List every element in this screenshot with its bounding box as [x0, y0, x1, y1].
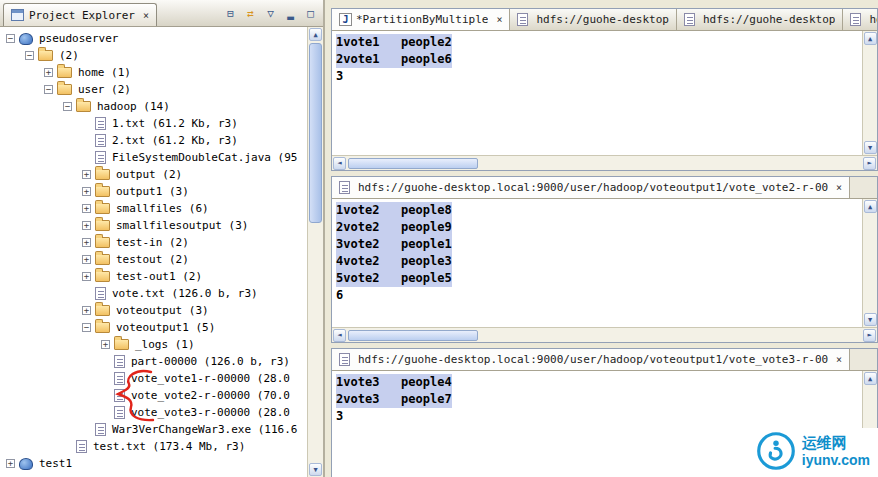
close-tab-icon[interactable]: ×	[496, 14, 502, 25]
expand-toggle-icon[interactable]: +	[101, 340, 110, 349]
tree-item-smallfilesoutput[interactable]: +smallfilesoutput (3)	[0, 217, 307, 234]
tree-item-label: test1	[37, 456, 74, 471]
scroll-left-icon[interactable]: ◄	[333, 329, 346, 342]
folder-icon	[57, 84, 72, 95]
expand-toggle-icon[interactable]: +	[82, 204, 91, 213]
editor-body[interactable]: 1vote2 people82vote2 people93vote2 peopl…	[332, 199, 862, 327]
expand-toggle-icon[interactable]: +	[82, 238, 91, 247]
scrollbar-thumb[interactable]	[309, 43, 322, 223]
scroll-up-icon[interactable]: ▲	[309, 28, 322, 41]
folder-icon	[95, 237, 110, 248]
iyunv-logo-icon	[756, 431, 796, 471]
collapse-toggle-icon[interactable]: −	[63, 102, 72, 111]
editor-tab[interactable]: hdfs://guohe-desktop.local:9000/user/had…	[332, 349, 850, 370]
folder-icon	[57, 67, 72, 78]
link-with-editor-icon[interactable]: ⇄	[242, 5, 259, 22]
editor-tabbar: J*PartitionByMultiple×hdfs://guohe-deskt…	[332, 9, 877, 31]
tree-item-label: smallfiles (6)	[114, 201, 211, 216]
editor-tab[interactable]: hdfs://guohe-desktop	[677, 9, 843, 30]
editor-tab[interactable]: J*PartitionByMultiple×	[332, 9, 510, 30]
tree-item-user[interactable]: −user (2)	[0, 81, 307, 98]
editor-tab[interactable]: hdfs://guohe-desktop	[843, 9, 877, 30]
line-content: 6	[336, 287, 343, 304]
tree-item-war3verchangewar3.exe[interactable]: War3VerChangeWar3.exe (116.6	[0, 421, 307, 438]
expand-toggle-icon[interactable]: +	[82, 170, 91, 179]
tree-item-part-00000[interactable]: part-00000 (126.0 b, r3)	[0, 353, 307, 370]
tree-item-pseudoserver[interactable]: −pseudoserver	[0, 30, 307, 47]
tree-item-test.txt[interactable]: test.txt (173.4 Mb, r3)	[0, 438, 307, 455]
tree-item-voteoutput[interactable]: +voteoutput (3)	[0, 302, 307, 319]
explorer-vertical-scrollbar[interactable]: ▲ ▼	[307, 27, 323, 477]
file-icon	[114, 355, 125, 368]
maximize-view-icon[interactable]: □	[302, 5, 319, 22]
editor-tab[interactable]: hdfs://guohe-desktop.local:9000/user/had…	[332, 177, 850, 198]
line-content: 5vote2 people5	[336, 270, 452, 287]
collapse-toggle-icon[interactable]: −	[82, 323, 91, 332]
line-text: vote1 people2	[343, 35, 451, 49]
scroll-down-icon[interactable]: ▼	[309, 463, 322, 476]
tree-item-vote_vote3-r-00000[interactable]: vote_vote3-r-00000 (28.0	[0, 404, 307, 421]
scrollbar-track[interactable]	[308, 224, 323, 462]
file-icon	[95, 117, 106, 130]
tree-item-test-in[interactable]: +test-in (2)	[0, 234, 307, 251]
expand-toggle-icon[interactable]: +	[82, 272, 91, 281]
close-view-icon[interactable]: ×	[143, 10, 149, 21]
collapse-toggle-icon[interactable]: −	[25, 51, 34, 60]
expand-toggle-icon[interactable]: +	[82, 255, 91, 264]
minimize-view-icon[interactable]: ▂	[282, 5, 299, 22]
collapse-toggle-icon[interactable]: −	[6, 34, 15, 43]
folder-icon	[114, 339, 129, 350]
hadoop-server-icon	[19, 33, 33, 45]
tree-item-voteoutput1[interactable]: −voteoutput1 (5)	[0, 319, 307, 336]
project-explorer-tab[interactable]: Project Explorer ×	[3, 3, 157, 26]
tree-item-label: output1 (3)	[114, 184, 191, 199]
scrollbar-thumb[interactable]	[348, 158, 478, 169]
tree-item-testout[interactable]: +testout (2)	[0, 251, 307, 268]
editor-horizontal-scrollbar[interactable]: ◄ ►	[332, 155, 877, 170]
editor-tab[interactable]: hdfs://guohe-desktop	[510, 9, 676, 30]
scroll-left-icon[interactable]: ◄	[333, 157, 346, 170]
scroll-right-icon[interactable]: ►	[863, 157, 876, 170]
tree-item-2.txt[interactable]: 2.txt (61.2 Kb, r3)	[0, 132, 307, 149]
tree-item-vote.txt[interactable]: vote.txt (126.0 b, r3)	[0, 285, 307, 302]
scroll-up-icon[interactable]: ▲	[864, 200, 877, 213]
tree-item-home[interactable]: +home (1)	[0, 64, 307, 81]
tree-item-2[interactable]: −(2)	[0, 47, 307, 64]
expand-toggle-icon[interactable]: +	[6, 459, 15, 468]
tree-item-1.txt[interactable]: 1.txt (61.2 Kb, r3)	[0, 115, 307, 132]
scroll-up-icon[interactable]: ▲	[864, 32, 877, 45]
tree-item-output1[interactable]: +output1 (3)	[0, 183, 307, 200]
editor-body[interactable]: 1vote1 people22vote1 people63	[332, 31, 862, 155]
scroll-right-icon[interactable]: ►	[863, 329, 876, 342]
line-content: 3	[336, 408, 343, 425]
collapse-toggle-icon[interactable]: −	[44, 85, 53, 94]
expand-toggle-icon[interactable]: +	[44, 68, 53, 77]
expand-toggle-icon[interactable]: +	[82, 306, 91, 315]
line-text: vote2 people3	[343, 254, 451, 268]
tree-item-smallfiles[interactable]: +smallfiles (6)	[0, 200, 307, 217]
tree-item-vote_vote2-r-00000[interactable]: vote_vote2-r-00000 (70.0	[0, 387, 307, 404]
scroll-up-icon[interactable]: ▲	[864, 372, 877, 385]
editor-vertical-scrollbar[interactable]: ▲ ▼	[862, 199, 877, 327]
view-menu-icon[interactable]: ▽	[262, 5, 279, 22]
tree-item-label: _logs (1)	[133, 337, 197, 352]
editor-horizontal-scrollbar[interactable]: ◄ ►	[332, 327, 877, 342]
expand-toggle-icon[interactable]: +	[82, 221, 91, 230]
project-explorer-icon	[11, 9, 24, 21]
close-tab-icon[interactable]: ×	[836, 182, 842, 193]
collapse-all-icon[interactable]: ⊟	[222, 5, 239, 22]
tree-item-vote_vote1-r-00000[interactable]: vote_vote1-r-00000 (28.0	[0, 370, 307, 387]
tree-item-_logs[interactable]: +_logs (1)	[0, 336, 307, 353]
close-tab-icon[interactable]: ×	[836, 354, 842, 365]
tree-item-output[interactable]: +output (2)	[0, 166, 307, 183]
scrollbar-thumb[interactable]	[348, 330, 478, 341]
tree-item-hadoop[interactable]: −hadoop (14)	[0, 98, 307, 115]
scroll-down-icon[interactable]: ▼	[864, 141, 877, 154]
expand-toggle-icon[interactable]: +	[82, 187, 91, 196]
tree-item-label: hadoop (14)	[95, 99, 172, 114]
tree-item-test1[interactable]: +test1	[0, 455, 307, 472]
tree-item-test-out1[interactable]: +test-out1 (2)	[0, 268, 307, 285]
editor-vertical-scrollbar[interactable]: ▲ ▼	[862, 31, 877, 155]
tree-item-filesystemdoublecat.java[interactable]: FileSystemDoubleCat.java (95	[0, 149, 307, 166]
scroll-down-icon[interactable]: ▼	[864, 313, 877, 326]
